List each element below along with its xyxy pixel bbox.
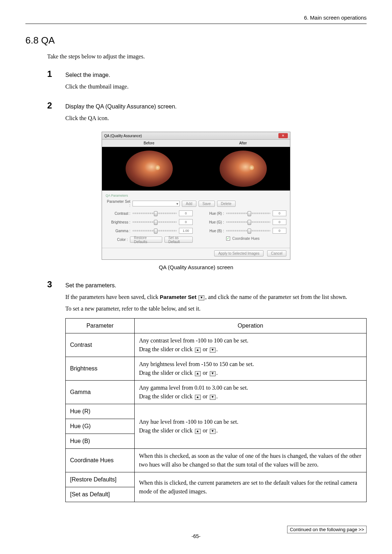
param-operation: When this is checked, as soon as the val… bbox=[135, 449, 367, 472]
hue-r-value[interactable]: 0 bbox=[273, 210, 286, 216]
intro-text: Take the steps below to adjust the image… bbox=[47, 53, 367, 60]
after-label: After bbox=[196, 140, 290, 147]
dropdown-down-icon: ▼ bbox=[199, 295, 204, 300]
step-number: 2 bbox=[47, 100, 65, 111]
table-row: Gamma Any gamma level from 0.01 to 3.00 … bbox=[66, 381, 367, 404]
param-name: Coordinate Hues bbox=[66, 449, 135, 472]
table-row: Brightness Any brightness level from -15… bbox=[66, 357, 367, 381]
gamma-label: Gamma : bbox=[106, 229, 130, 233]
continued-notice: Continued on the following page >> bbox=[287, 526, 367, 533]
paramset-dropdown[interactable]: ▾ bbox=[132, 201, 180, 206]
hue-b-value[interactable]: 0 bbox=[273, 228, 286, 234]
retina-image-after bbox=[220, 151, 267, 187]
hue-g-value[interactable]: 0 bbox=[273, 219, 286, 225]
param-name: Hue (G) bbox=[66, 419, 135, 434]
hue-r-slider[interactable] bbox=[226, 213, 270, 214]
down-arrow-icon: ▼ bbox=[210, 371, 216, 376]
set-as-default-button[interactable]: Set as Default bbox=[164, 237, 193, 243]
section-title: 6.8 QA bbox=[25, 35, 367, 46]
table-row: Contrast Any contrast level from -100 to… bbox=[66, 333, 367, 357]
table-row: Coordinate Hues When this is checked, as… bbox=[66, 449, 367, 472]
param-name: Hue (R) bbox=[66, 404, 135, 419]
param-operation: Any hue level from -100 to 100 can be se… bbox=[135, 404, 367, 449]
before-label: Before bbox=[102, 140, 196, 147]
restore-defaults-button[interactable]: Restore Defaults bbox=[130, 237, 162, 243]
param-name: Gamma bbox=[66, 381, 135, 404]
step-title: Select the image. bbox=[65, 72, 110, 78]
down-arrow-icon: ▼ bbox=[210, 348, 216, 353]
hue-g-label: Hue (G) : bbox=[199, 220, 224, 224]
param-operation: Any gamma level from 0.01 to 3.00 can be… bbox=[135, 381, 367, 404]
contrast-label: Contrast : bbox=[106, 212, 130, 216]
step-body-text: If the parameters have been saved, click… bbox=[65, 292, 367, 302]
gamma-value[interactable]: 1.00 bbox=[179, 228, 193, 234]
step-3: 3 Set the parameters. If the parameters … bbox=[47, 279, 367, 502]
step-body-text: Click the thumbnail image. bbox=[65, 82, 367, 91]
step-2: 2 Display the QA (Quality Assurance) scr… bbox=[47, 100, 367, 123]
parameter-set-label: Parameter Set bbox=[160, 294, 196, 300]
step-number: 1 bbox=[47, 69, 65, 79]
step-body-text: To set a new parameter, refer to the tab… bbox=[65, 304, 367, 313]
table-row: Hue (R) Any hue level from -100 to 100 c… bbox=[66, 404, 367, 419]
chevron-down-icon: ▾ bbox=[176, 202, 178, 206]
page-number: -65- bbox=[25, 533, 367, 539]
contrast-slider[interactable] bbox=[132, 213, 177, 214]
window-title: QA (Quality Assurance) bbox=[104, 134, 142, 138]
apply-button[interactable]: Apply to Selected Images bbox=[214, 250, 263, 257]
param-name: Hue (B) bbox=[66, 434, 135, 449]
param-operation: When this is clicked, the current parame… bbox=[135, 472, 367, 502]
qa-screenshot: QA (Quality Assurance) ✕ Before After QA… bbox=[102, 132, 290, 260]
close-icon[interactable]: ✕ bbox=[278, 133, 288, 138]
paramset-label: Parameter Set : bbox=[106, 200, 130, 208]
coordinate-hues-checkbox[interactable]: ✓ bbox=[226, 237, 230, 241]
hue-r-label: Hue (R) : bbox=[199, 212, 224, 216]
delete-button[interactable]: Delete bbox=[217, 201, 236, 207]
up-arrow-icon: ▲ bbox=[195, 429, 201, 434]
brightness-value[interactable]: 0 bbox=[179, 219, 193, 225]
param-name: [Set as Default] bbox=[66, 487, 135, 502]
down-arrow-icon: ▼ bbox=[210, 395, 216, 400]
hue-b-slider[interactable] bbox=[226, 230, 270, 231]
hue-g-slider[interactable] bbox=[226, 221, 270, 223]
coordinate-hues-label: Coordinate Hues bbox=[232, 237, 260, 241]
retina-image-before bbox=[126, 151, 173, 187]
step-title: Display the QA (Quality Assurance) scree… bbox=[65, 103, 177, 110]
table-row: [Restore Defaults] When this is clicked,… bbox=[66, 472, 367, 487]
step-1: 1 Select the image. Click the thumbnail … bbox=[47, 69, 367, 91]
param-name: Contrast bbox=[66, 333, 135, 357]
step-number: 3 bbox=[47, 279, 65, 290]
down-arrow-icon: ▼ bbox=[210, 429, 216, 434]
up-arrow-icon: ▲ bbox=[195, 395, 201, 400]
hue-b-label: Hue (B) : bbox=[199, 229, 224, 233]
up-arrow-icon: ▲ bbox=[195, 348, 201, 353]
qa-params-title: QA Parameters bbox=[106, 194, 286, 197]
table-header-parameter: Parameter bbox=[66, 319, 135, 333]
step-body-text: Click the QA icon. bbox=[65, 114, 367, 123]
param-name: Brightness bbox=[66, 357, 135, 381]
param-operation: Any contrast level from -100 to 100 can … bbox=[135, 333, 367, 357]
param-operation: Any brightness level from -150 to 150 ca… bbox=[135, 357, 367, 381]
chapter-header: 6. Main screen operations bbox=[25, 15, 367, 24]
screenshot-caption: QA (Quality Assurance) screen bbox=[25, 264, 367, 270]
param-name: [Restore Defaults] bbox=[66, 472, 135, 487]
gamma-slider[interactable] bbox=[132, 230, 177, 231]
contrast-value[interactable]: 0 bbox=[179, 210, 193, 216]
step-title: Set the parameters. bbox=[65, 282, 117, 289]
parameter-table: Parameter Operation Contrast Any contras… bbox=[65, 318, 367, 502]
save-button[interactable]: Save bbox=[199, 201, 215, 207]
brightness-slider[interactable] bbox=[132, 221, 177, 223]
cancel-button[interactable]: Cancel bbox=[267, 250, 286, 257]
up-arrow-icon: ▲ bbox=[195, 371, 201, 376]
table-header-operation: Operation bbox=[135, 319, 367, 333]
brightness-label: Brightness : bbox=[106, 220, 130, 224]
add-button[interactable]: Add bbox=[182, 201, 196, 207]
color-label: Color : bbox=[106, 238, 128, 242]
